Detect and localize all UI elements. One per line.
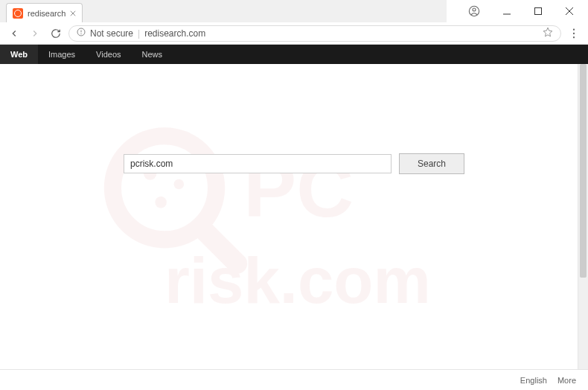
svg-rect-9 — [191, 218, 252, 278]
svg-point-4 — [81, 33, 82, 34]
security-label: Not secure — [90, 28, 133, 39]
svg-point-8 — [112, 136, 216, 240]
nav-web[interactable]: Web — [0, 45, 38, 64]
svg-point-5 — [573, 28, 575, 30]
footer: English More — [0, 369, 588, 390]
addr-divider: | — [138, 28, 140, 39]
search-button[interactable]: Search — [399, 153, 464, 174]
svg-point-11 — [174, 179, 185, 190]
vertical-scrollbar[interactable] — [578, 64, 588, 369]
window-minimize-icon[interactable] — [491, 1, 523, 22]
svg-rect-2 — [535, 8, 542, 15]
back-button[interactable] — [6, 25, 22, 42]
window-close-icon[interactable] — [554, 1, 585, 22]
tab-title: redisearch — [28, 9, 65, 18]
browser-tab[interactable]: redisearch — [6, 3, 83, 22]
footer-language[interactable]: English — [520, 376, 547, 385]
user-profile-icon[interactable] — [458, 1, 490, 22]
scrollbar-thumb[interactable] — [580, 64, 587, 278]
not-secure-icon — [77, 28, 86, 39]
svg-point-7 — [573, 36, 575, 38]
watermark-logo-icon: PC risk.com — [0, 64, 588, 369]
address-bar-row: Not secure | redisearch.com — [0, 22, 588, 45]
site-nav-bar: Web Images Videos News — [0, 45, 588, 64]
bookmark-star-icon[interactable] — [543, 27, 553, 39]
nav-images[interactable]: Images — [38, 45, 86, 64]
svg-point-1 — [473, 8, 476, 11]
tab-close-icon[interactable] — [70, 9, 76, 18]
forward-button[interactable] — [27, 25, 43, 42]
footer-more[interactable]: More — [557, 376, 576, 385]
nav-videos[interactable]: Videos — [86, 45, 131, 64]
search-row: Search — [124, 153, 464, 174]
url-text: redisearch.com — [144, 28, 205, 39]
main-content: PC risk.com Search — [0, 64, 588, 369]
window-maximize-icon[interactable] — [523, 1, 554, 22]
svg-point-12 — [155, 196, 166, 208]
nav-news[interactable]: News — [132, 45, 173, 64]
address-bar[interactable]: Not secure | redisearch.com — [68, 25, 561, 42]
search-input[interactable] — [124, 154, 392, 173]
tab-favicon-icon — [13, 8, 23, 19]
svg-point-6 — [573, 32, 575, 33]
reload-button[interactable] — [48, 25, 64, 42]
svg-text:risk.com: risk.com — [164, 244, 431, 316]
browser-menu-icon[interactable] — [566, 28, 582, 39]
